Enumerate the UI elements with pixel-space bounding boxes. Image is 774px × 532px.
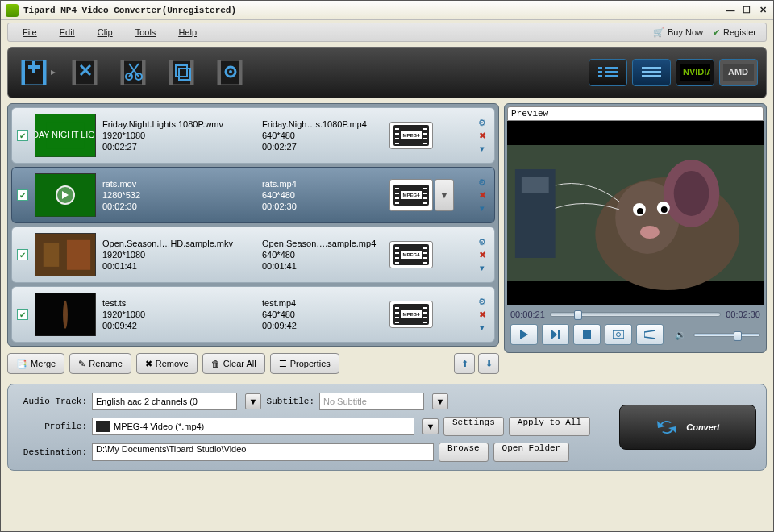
row-settings-icon[interactable]: ⚙ bbox=[475, 236, 489, 247]
title-bar: Tipard MP4 Video Converter(Unregistered)… bbox=[1, 1, 773, 20]
row-expand-icon[interactable]: ▾ bbox=[475, 322, 489, 333]
menu-tools[interactable]: Tools bbox=[124, 25, 168, 39]
move-down-button[interactable]: ⬇ bbox=[478, 353, 499, 374]
format-dropdown[interactable]: ▼ bbox=[435, 179, 454, 211]
file-thumbnail bbox=[35, 233, 96, 276]
fullscreen-button[interactable] bbox=[636, 324, 664, 345]
rename-button[interactable]: ✎Rename bbox=[69, 353, 131, 374]
menu-edit[interactable]: Edit bbox=[48, 25, 86, 39]
svg-rect-66 bbox=[583, 330, 591, 339]
add-file-button[interactable] bbox=[16, 55, 58, 90]
properties-button[interactable]: ☰Properties bbox=[270, 353, 339, 374]
snapshot-button[interactable] bbox=[605, 324, 632, 345]
file-checkbox[interactable]: ✔ bbox=[17, 249, 28, 260]
effect-button[interactable] bbox=[64, 55, 106, 90]
stop-button[interactable] bbox=[573, 324, 601, 345]
subtitle-dropdown[interactable]: ▼ bbox=[432, 393, 448, 409]
svg-text:NVIDIA: NVIDIA bbox=[683, 67, 710, 77]
svg-marker-64 bbox=[551, 330, 557, 339]
trim-button[interactable] bbox=[113, 55, 155, 90]
nvidia-badge: NVIDIA bbox=[676, 59, 714, 86]
subtitle-label: Subtitle: bbox=[266, 397, 314, 406]
profile-settings-button[interactable]: Settings bbox=[443, 417, 504, 436]
list-view-button[interactable] bbox=[589, 59, 627, 86]
audio-track-dropdown[interactable]: ▼ bbox=[245, 393, 261, 409]
clear-all-button[interactable]: 🗑Clear All bbox=[202, 353, 265, 374]
menu-file[interactable]: File bbox=[11, 25, 48, 39]
file-row[interactable]: ✔test.ts1920*108000:09:42test.mp4640*480… bbox=[11, 286, 495, 343]
row-delete-icon[interactable]: ✖ bbox=[475, 309, 489, 320]
merge-button[interactable]: 📑Merge bbox=[7, 353, 64, 374]
destination-input[interactable]: D:\My Documents\Tipard Studio\Video bbox=[92, 443, 434, 461]
row-settings-icon[interactable]: ⚙ bbox=[475, 117, 489, 128]
svg-rect-7 bbox=[73, 60, 76, 85]
row-expand-icon[interactable]: ▾ bbox=[475, 262, 489, 273]
row-delete-icon[interactable]: ✖ bbox=[475, 189, 489, 201]
menu-bar: File Edit Clip Tools Help 🛒 Buy Now ✔ Re… bbox=[7, 23, 767, 42]
open-folder-button[interactable]: Open Folder bbox=[493, 443, 570, 462]
minimize-button[interactable]: — bbox=[725, 5, 736, 16]
audio-track-combo[interactable]: English aac 2 channels (0 bbox=[92, 393, 237, 410]
volume-thumb[interactable] bbox=[734, 331, 742, 341]
merge-icon: 📑 bbox=[16, 359, 27, 369]
output-format-badge[interactable]: MPEG4 bbox=[389, 122, 433, 149]
src-filename: Friday.Night.Lights.1080P.wmv bbox=[102, 119, 256, 129]
file-row[interactable]: ✔Open.Season.I…HD.sample.mkv1920*108000:… bbox=[11, 227, 495, 283]
apply-to-all-button[interactable]: Apply to All bbox=[509, 417, 590, 436]
svg-rect-33 bbox=[642, 67, 661, 69]
src-duration: 00:02:30 bbox=[102, 202, 256, 211]
clear-label: Clear All bbox=[223, 359, 256, 368]
svg-point-68 bbox=[617, 333, 621, 337]
svg-rect-30 bbox=[605, 71, 618, 73]
file-thumbnail bbox=[35, 173, 96, 217]
step-button[interactable] bbox=[542, 324, 569, 345]
subtitle-combo[interactable]: No Subtitle bbox=[319, 393, 424, 410]
seek-slider[interactable] bbox=[550, 312, 721, 317]
dst-filename: Open.Season….sample.mp4 bbox=[262, 239, 383, 248]
output-format-badge[interactable]: MPEG4 bbox=[389, 241, 433, 268]
src-resolution: 1920*1080 bbox=[102, 131, 256, 140]
row-delete-icon[interactable]: ✖ bbox=[475, 249, 489, 260]
move-up-button[interactable]: ⬆ bbox=[454, 353, 475, 374]
svg-point-55 bbox=[674, 171, 710, 216]
row-settings-icon[interactable]: ⚙ bbox=[475, 177, 489, 188]
browse-button[interactable]: Browse bbox=[439, 443, 489, 462]
volume-slider[interactable] bbox=[693, 333, 760, 337]
file-checkbox[interactable]: ✔ bbox=[17, 130, 28, 141]
maximize-button[interactable]: ☐ bbox=[741, 5, 752, 16]
output-format-badge[interactable]: MPEG4 bbox=[389, 301, 433, 328]
row-expand-icon[interactable]: ▾ bbox=[475, 202, 489, 214]
buy-now-link[interactable]: 🛒 Buy Now bbox=[653, 27, 703, 38]
file-checkbox[interactable]: ✔ bbox=[17, 189, 28, 201]
svg-rect-4 bbox=[32, 61, 35, 73]
output-format-badge[interactable]: MPEG4 bbox=[389, 179, 433, 211]
file-row[interactable]: ✔rats.mov1280*53200:02:30rats.mp4640*480… bbox=[11, 167, 495, 223]
clear-icon: 🗑 bbox=[211, 359, 220, 368]
src-filename: Open.Season.I…HD.sample.mkv bbox=[102, 239, 256, 248]
register-link[interactable]: ✔ Register bbox=[713, 27, 756, 38]
convert-button[interactable]: Convert bbox=[619, 405, 756, 450]
window-title: Tipard MP4 Video Converter(Unregistered) bbox=[23, 6, 725, 15]
file-row[interactable]: ✔FRIDAY NIGHT LIGHTSFriday.Night.Lights.… bbox=[11, 107, 495, 164]
crop-button[interactable] bbox=[161, 55, 203, 90]
row-expand-icon[interactable]: ▾ bbox=[475, 143, 489, 154]
play-button[interactable] bbox=[510, 324, 538, 345]
preview-label: Preview bbox=[507, 106, 764, 121]
close-button[interactable]: ✕ bbox=[757, 5, 768, 16]
pencil-icon: ✎ bbox=[78, 359, 85, 369]
remove-button[interactable]: ✖Remove bbox=[136, 353, 198, 374]
file-checkbox[interactable]: ✔ bbox=[17, 309, 28, 320]
profile-dropdown[interactable]: ▼ bbox=[422, 418, 439, 434]
settings-button[interactable] bbox=[210, 55, 252, 90]
menu-help[interactable]: Help bbox=[167, 25, 208, 39]
detail-view-button[interactable] bbox=[632, 59, 671, 86]
row-settings-icon[interactable]: ⚙ bbox=[475, 296, 489, 307]
profile-combo[interactable]: MPEG-4 Video (*.mp4) bbox=[92, 418, 414, 435]
src-resolution: 1920*1080 bbox=[102, 310, 256, 319]
seek-thumb[interactable] bbox=[574, 310, 582, 320]
svg-marker-44 bbox=[62, 191, 69, 199]
row-delete-icon[interactable]: ✖ bbox=[475, 130, 489, 141]
rename-label: Rename bbox=[89, 359, 123, 368]
dst-resolution: 640*480 bbox=[262, 310, 383, 319]
menu-clip[interactable]: Clip bbox=[86, 25, 124, 39]
